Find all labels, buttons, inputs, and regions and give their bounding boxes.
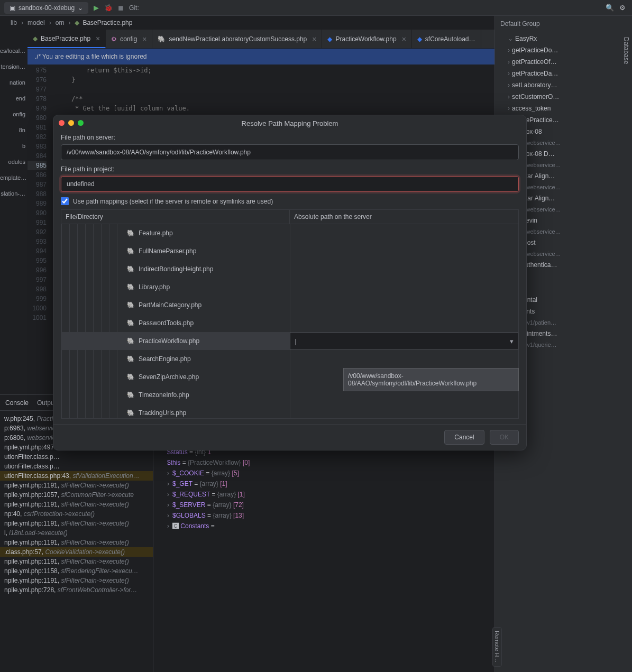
- file-name: SevenZipArchive.php: [139, 373, 199, 381]
- variable-row[interactable]: $GLOBALS = {array} [13]: [159, 510, 489, 521]
- stack-frame[interactable]: np:40, csrfProtection->execute(): [0, 509, 153, 519]
- resolve-path-mapping-dialog: Resolve Path Mapping Problem File path o…: [53, 115, 527, 450]
- window-controls[interactable]: [59, 120, 84, 126]
- variable-row[interactable]: $_REQUEST = {array} [1]: [159, 489, 489, 500]
- tree-root[interactable]: EasyRx: [500, 33, 627, 44]
- stack-frame[interactable]: npile.yml.php:1191, sfFilterChain->execu…: [0, 576, 153, 585]
- project-path-field[interactable]: undefined: [61, 176, 519, 192]
- stack-frame[interactable]: l, i18nLoad->execute(): [0, 528, 153, 538]
- absolute-path-cell[interactable]: [290, 260, 518, 278]
- absolute-path-cell[interactable]: [290, 242, 518, 260]
- mapping-row[interactable]: Feature.php: [61, 224, 518, 242]
- tab-practiceworkflow[interactable]: ◆ PracticeWorkflow.php ×: [322, 30, 411, 48]
- mapping-row[interactable]: SearchEngine.php: [61, 350, 518, 368]
- tab-sfcoreautoload[interactable]: ◆ sfCoreAutoload…: [412, 30, 481, 48]
- tree-node[interactable]: getPracticeOf…: [500, 56, 627, 68]
- mapping-row[interactable]: TrackingUrls.php: [61, 404, 518, 418]
- checkbox-input[interactable]: [61, 197, 69, 205]
- project-selector[interactable]: ▣ sandbox-00-xdebug ⌄: [4, 2, 88, 14]
- path-suggestion-popup[interactable]: /v00/www/sandbox-08/AAO/symfony/odl/lib/…: [343, 368, 519, 391]
- variable-row[interactable]: $_COOKIE = {array} [5]: [159, 468, 489, 478]
- run-icon[interactable]: ▶: [94, 4, 99, 12]
- stop-icon[interactable]: ◼: [118, 4, 124, 12]
- file-name: TimezoneInfo.php: [139, 391, 189, 399]
- close-icon[interactable]: ×: [96, 34, 100, 43]
- tree-node[interactable]: getPracticeDa…: [500, 68, 627, 79]
- col-absolute-path[interactable]: Absolute path on the server: [290, 210, 518, 224]
- cancel-button[interactable]: Cancel: [444, 430, 484, 445]
- tab-config[interactable]: ⚙ config ×: [106, 30, 152, 48]
- close-icon[interactable]: ×: [312, 35, 316, 43]
- line-number: 1001: [28, 313, 47, 323]
- ok-button[interactable]: OK: [490, 430, 519, 445]
- variable-row[interactable]: $this = {PracticeWorkflow} [0]: [159, 457, 489, 468]
- close-icon[interactable]: ×: [402, 35, 406, 43]
- stack-frame[interactable]: npile.yml.php:1191, sfFilterChain->execu…: [0, 481, 153, 490]
- php-icon: ◆: [75, 19, 79, 26]
- absolute-path-cell[interactable]: [290, 224, 518, 242]
- stack-frame[interactable]: utionFilter.class.p…: [0, 462, 153, 471]
- breadcrumb-item[interactable]: lib: [11, 19, 17, 26]
- breadcrumb-item[interactable]: om: [56, 19, 65, 26]
- stack-frame[interactable]: npile.yml.php:1191, sfFilterChain->execu…: [0, 500, 153, 509]
- php-icon: [127, 319, 135, 327]
- line-number: 976: [28, 75, 47, 85]
- absolute-path-cell[interactable]: [290, 350, 518, 368]
- tab-basepractice[interactable]: ◆ BasePractice.php ×: [28, 30, 106, 48]
- absolute-path-cell[interactable]: [290, 404, 518, 418]
- col-file-directory[interactable]: File/Directory: [61, 210, 290, 224]
- debug-icon[interactable]: 🐞: [104, 4, 113, 12]
- server-path-field[interactable]: /v00/www/sandbox-08/AAO/symfony/odl/lib/…: [61, 144, 519, 160]
- close-icon[interactable]: ×: [142, 35, 146, 43]
- stack-frame[interactable]: npile.yml.php:1057, sfCommonFilter->exec…: [0, 490, 153, 500]
- stack-frame[interactable]: .class.php:57, CookieValidation->execute…: [0, 547, 153, 557]
- tree-node[interactable]: getPracticeDo…: [500, 44, 627, 56]
- stack-frame[interactable]: npile.yml.php:728, sfFrontWebController-…: [0, 585, 153, 595]
- stack-frame[interactable]: npile.yml.php:1191, sfFilterChain->execu…: [0, 538, 153, 547]
- top-toolbar: ▣ sandbox-00-xdebug ⌄ ▶ 🐞 ◼ Git: 🔍 ⚙: [0, 0, 632, 16]
- zoom-window-icon[interactable]: [78, 120, 84, 126]
- line-number: 998: [28, 284, 47, 294]
- close-window-icon[interactable]: [59, 120, 65, 126]
- tab-sendnewpractice[interactable]: sendNewPracticeLaboratoryCustomSuccess.p…: [152, 30, 322, 48]
- mapping-row[interactable]: PracticeWorkflow.php|: [61, 332, 518, 350]
- mapping-row[interactable]: FullNameParser.php: [61, 242, 518, 260]
- absolute-path-cell[interactable]: [290, 278, 518, 296]
- mapping-row[interactable]: IndirectBondingHeight.php: [61, 260, 518, 278]
- breadcrumb-current: BasePractice.php: [83, 19, 132, 26]
- gear-icon[interactable]: ⚙: [619, 4, 628, 12]
- line-number: 982: [28, 132, 47, 142]
- absolute-path-cell[interactable]: [290, 314, 518, 332]
- stack-frame[interactable]: npile.yml.php:1158, sfRenderingFilter->e…: [0, 566, 153, 576]
- tree-node[interactable]: access_token: [500, 103, 627, 114]
- variable-row[interactable]: $_GET = {array} [1]: [159, 478, 489, 489]
- tab-label: sfCoreAutoload…: [425, 35, 475, 43]
- search-icon[interactable]: 🔍: [606, 4, 614, 12]
- tree-node[interactable]: setLaboratory…: [500, 79, 627, 91]
- database-tab-label[interactable]: Database: [622, 37, 630, 64]
- absolute-path-cell[interactable]: |: [290, 332, 518, 350]
- file-name: SearchEngine.php: [139, 355, 191, 363]
- variable-row[interactable]: 🅲 Constants =: [159, 521, 489, 531]
- tab-label: config: [120, 35, 137, 43]
- left-sidebar-fragments: es/local…tension…nationendonfig8nbodules…: [0, 48, 28, 206]
- mapping-row[interactable]: PasswordTools.php: [61, 314, 518, 332]
- variable-row[interactable]: $_SERVER = {array} [72]: [159, 500, 489, 510]
- stack-frame[interactable]: npile.yml.php:1191, sfFilterChain->execu…: [0, 519, 153, 528]
- toolbar-right-icons: 🔍 ⚙: [606, 4, 628, 12]
- mapping-row[interactable]: PartMainCategory.php: [61, 296, 518, 314]
- remote-host-tab[interactable]: Remote H…: [492, 627, 502, 667]
- mapping-row[interactable]: Library.php: [61, 278, 518, 296]
- sidebar-fragment: onfig: [0, 111, 25, 117]
- stack-frame[interactable]: utionFilter.class.p…: [0, 452, 153, 462]
- line-number: 996: [28, 265, 47, 275]
- tree-node[interactable]: setCustomerO…: [500, 91, 627, 103]
- absolute-path-cell[interactable]: [290, 296, 518, 314]
- sidebar-fragment: tension…: [0, 63, 25, 70]
- breadcrumb-item[interactable]: model: [28, 19, 45, 26]
- stack-frame[interactable]: utionFilter.class.php:43, sfValidationEx…: [0, 471, 153, 481]
- use-path-mappings-checkbox[interactable]: Use path mappings (select if the server …: [61, 197, 519, 205]
- minimize-window-icon[interactable]: [68, 120, 74, 126]
- stack-frame[interactable]: npile.yml.php:1191, sfFilterChain->execu…: [0, 557, 153, 566]
- tab-console[interactable]: Console: [5, 399, 29, 407]
